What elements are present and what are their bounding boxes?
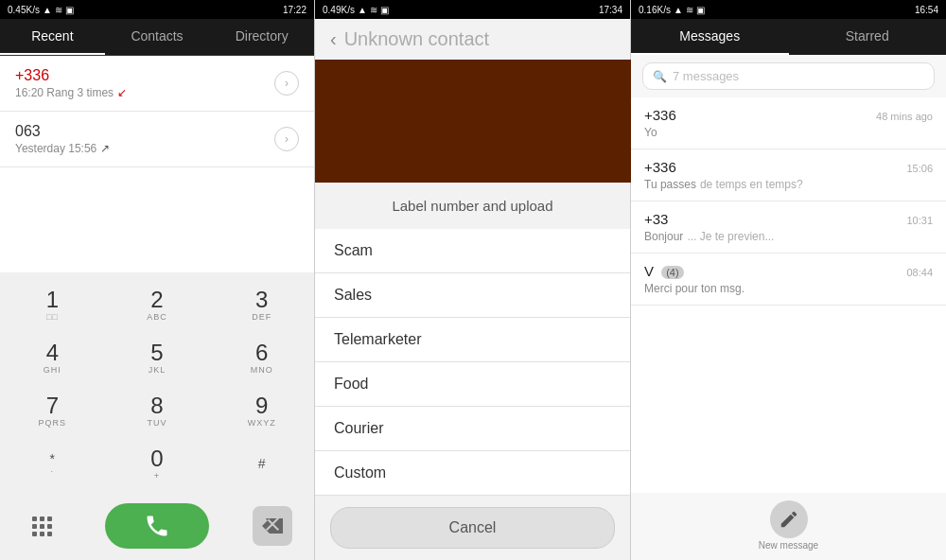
- bottom-bar-left: [0, 496, 314, 560]
- network-speed-left: 0.45K/s: [8, 5, 40, 15]
- dial-key-3[interactable]: 3 DEF: [224, 280, 300, 329]
- recent-detail-0: 16:20 Rang 3 times ↙: [15, 86, 274, 99]
- msg-preview-left-2: Bonjour: [644, 230, 683, 243]
- msg-preview-right-2: ... Je te previen...: [687, 230, 774, 243]
- recent-number-0: +336: [15, 67, 274, 84]
- status-bar-right: 0.16K/s ▲ ≋ ▣ 16:54: [631, 0, 946, 19]
- chevron-btn-1[interactable]: ›: [274, 127, 299, 151]
- status-bar-mid: 0.49K/s ▲ ≋ ▣ 17:34: [315, 0, 630, 19]
- message-list: +336 48 mins ago Yo +336 15:06 Tu passes…: [631, 97, 946, 493]
- search-placeholder: 7 messages: [673, 69, 739, 83]
- msg-time-0: 48 mins ago: [876, 111, 933, 122]
- contact-header: ‹ Unknown contact: [315, 19, 630, 60]
- panel-unknown-contact: 0.49K/s ▲ ≋ ▣ 17:34 ‹ Unknown contact La…: [315, 0, 631, 560]
- new-message-button[interactable]: [770, 500, 808, 538]
- msg-time-1: 15:06: [906, 163, 933, 174]
- label-telemarketer[interactable]: Telemarketer: [315, 318, 630, 362]
- tab-messages[interactable]: Messages: [631, 19, 789, 55]
- outgoing-icon-1: ↗: [100, 142, 110, 155]
- label-section-title: Label number and upload: [315, 183, 630, 229]
- label-food[interactable]: Food: [315, 362, 630, 407]
- back-button[interactable]: ‹: [330, 28, 337, 50]
- msg-preview-0: Yo: [644, 126, 657, 139]
- grid-button[interactable]: [22, 506, 61, 546]
- label-sales[interactable]: Sales: [315, 273, 630, 318]
- contact-title: Unknown contact: [344, 28, 489, 50]
- cancel-area: Cancel: [315, 496, 630, 560]
- label-courier[interactable]: Courier: [315, 407, 630, 451]
- battery-icon: ▣: [65, 5, 74, 15]
- search-bar: 🔍 7 messages: [631, 55, 946, 97]
- dial-key-5[interactable]: 5 JKL: [119, 333, 195, 382]
- label-scam[interactable]: Scam: [315, 229, 630, 273]
- msg-preview-left-1: Tu passes: [644, 178, 696, 191]
- signal-icon-right: ▲: [674, 5, 683, 15]
- tab-starred[interactable]: Starred: [789, 19, 947, 55]
- dial-key-star[interactable]: * ·: [14, 439, 90, 488]
- contact-photo: [315, 60, 631, 183]
- dialpad: 1 □□ 2 ABC 3 DEF 4 GHI 5 JKL 6 M: [0, 272, 314, 496]
- battery-icon-right: ▣: [696, 5, 705, 15]
- msg-bottom-bar: New message: [631, 493, 946, 560]
- recent-list: +336 16:20 Rang 3 times ↙ › 063 Yesterda…: [0, 56, 314, 272]
- label-custom[interactable]: Custom: [315, 451, 630, 496]
- dial-key-8[interactable]: 8 TUV: [119, 386, 195, 435]
- signal-icon: ▲: [43, 5, 52, 15]
- msg-sender-1: +336: [644, 159, 676, 175]
- tab-contacts[interactable]: Contacts: [105, 19, 210, 55]
- missed-icon-0: ↙: [117, 86, 127, 99]
- dial-key-hash[interactable]: #: [224, 439, 300, 488]
- chevron-btn-0[interactable]: ›: [274, 71, 299, 96]
- time-left: 17:22: [283, 5, 307, 15]
- call-button[interactable]: [105, 503, 209, 549]
- msg-badge-3: (4): [661, 266, 683, 279]
- recent-number-1: 063: [15, 123, 274, 140]
- search-icon: 🔍: [653, 70, 667, 83]
- msg-sender-2: +33: [644, 211, 668, 227]
- msg-time-3: 08:44: [906, 267, 933, 278]
- status-bar-left: 0.45K/s ▲ ≋ ▣ 17:22: [0, 0, 314, 19]
- network-speed-mid: 0.49K/s: [323, 5, 355, 15]
- wifi-icon-right: ≋: [686, 5, 693, 15]
- recent-item-0[interactable]: +336 16:20 Rang 3 times ↙ ›: [0, 56, 314, 112]
- new-message-label: New message: [759, 540, 818, 551]
- msg-item-3[interactable]: V (4) 08:44 Merci pour ton msg.: [631, 254, 946, 306]
- msg-preview-left-3: Merci pour ton msg.: [644, 282, 745, 295]
- wifi-icon: ≋: [55, 5, 62, 15]
- dial-key-7[interactable]: 7 PQRS: [14, 386, 90, 435]
- search-input-wrap[interactable]: 🔍 7 messages: [642, 62, 935, 90]
- dial-key-1[interactable]: 1 □□: [14, 280, 90, 329]
- msg-item-1[interactable]: +336 15:06 Tu passes de temps en temps?: [631, 149, 946, 201]
- tab-directory[interactable]: Directory: [209, 19, 314, 55]
- wifi-icon-mid: ≋: [370, 5, 377, 15]
- label-list: Scam Sales Telemarketer Food Courier Cus…: [315, 229, 630, 496]
- msg-sender-0: +336: [644, 107, 676, 123]
- panel-recent: 0.45K/s ▲ ≋ ▣ 17:22 Recent Contacts Dire…: [0, 0, 315, 560]
- msg-sender-3: V (4): [644, 263, 684, 279]
- dial-key-4[interactable]: 4 GHI: [14, 333, 90, 382]
- signal-icon-mid: ▲: [358, 5, 367, 15]
- dial-key-6[interactable]: 6 MNO: [224, 333, 300, 382]
- tab-bar-recent: Recent Contacts Directory: [0, 19, 314, 56]
- battery-icon-mid: ▣: [380, 5, 389, 15]
- dialpad-row-4: * · 0 + #: [0, 439, 314, 488]
- time-right: 16:54: [915, 5, 938, 15]
- dialpad-row-3: 7 PQRS 8 TUV 9 WXYZ: [0, 386, 314, 435]
- dial-key-9[interactable]: 9 WXYZ: [224, 386, 300, 435]
- msg-preview-right-1: de temps en temps?: [700, 178, 803, 191]
- cancel-button[interactable]: Cancel: [330, 507, 615, 549]
- panel-messages: 0.16K/s ▲ ≋ ▣ 16:54 Messages Starred 🔍 7…: [631, 0, 946, 560]
- msg-time-2: 10:31: [906, 215, 933, 226]
- dial-key-0[interactable]: 0 +: [119, 439, 195, 488]
- tab-recent[interactable]: Recent: [0, 19, 105, 55]
- network-speed-right: 0.16K/s: [639, 5, 671, 15]
- recent-item-1[interactable]: 063 Yesterday 15:56 ↗ ›: [0, 112, 314, 167]
- msg-item-0[interactable]: +336 48 mins ago Yo: [631, 97, 946, 149]
- dial-key-2[interactable]: 2 ABC: [119, 280, 195, 329]
- msg-item-2[interactable]: +33 10:31 Bonjour ... Je te previen...: [631, 201, 946, 254]
- recent-detail-1: Yesterday 15:56 ↗: [15, 142, 274, 155]
- time-mid: 17:34: [599, 5, 622, 15]
- delete-button[interactable]: [253, 506, 292, 546]
- dialpad-row-2: 4 GHI 5 JKL 6 MNO: [0, 333, 314, 382]
- dialpad-row-1: 1 □□ 2 ABC 3 DEF: [0, 280, 314, 329]
